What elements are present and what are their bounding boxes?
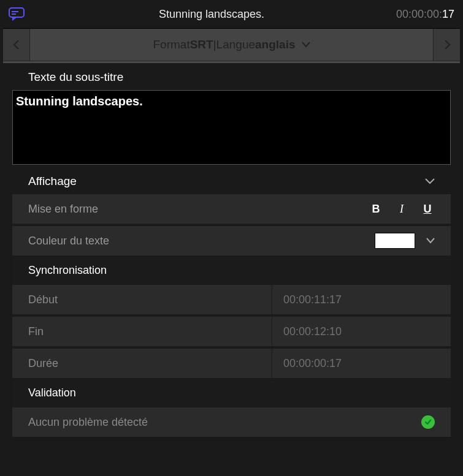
- validation-section-label: Validation: [28, 387, 435, 399]
- display-section-header[interactable]: Affichage: [12, 168, 451, 194]
- language-word: Langue: [216, 38, 255, 51]
- sync-section-label: Synchronisation: [28, 264, 435, 277]
- chevron-down-icon[interactable]: [426, 238, 435, 244]
- formatting-label: Mise en forme: [28, 203, 369, 216]
- svg-rect-0: [9, 8, 24, 17]
- title-timecode: 00:00:00:17: [396, 8, 454, 21]
- timecode-prefix: 00:00:00:: [396, 8, 442, 20]
- validation-section-header: Validation: [12, 378, 451, 407]
- chevron-down-icon: [425, 178, 435, 184]
- format-value: SRT: [190, 38, 213, 51]
- sync-section-header: Synchronisation: [12, 255, 451, 285]
- text-color-label: Couleur du texte: [28, 235, 375, 247]
- duration-label: Durée: [12, 349, 272, 378]
- validation-status-text: Aucun problème détecté: [28, 416, 421, 429]
- formatting-row: Mise en forme B I U: [12, 194, 451, 224]
- format-language-dropdown[interactable]: Format SRT | Langue anglais: [30, 29, 433, 61]
- check-icon: [421, 415, 435, 429]
- subtitle-text-input[interactable]: Stunning landscapes.: [12, 90, 451, 165]
- titlebar: Stunning landscapes. 00:00:00:17: [0, 0, 463, 28]
- bold-button[interactable]: B: [369, 203, 383, 216]
- subtitle-text-label: Texte du sous-titre: [0, 63, 463, 90]
- display-section-label: Affichage: [28, 175, 77, 188]
- text-color-swatch[interactable]: [375, 233, 415, 249]
- timecode-frames: 17: [442, 8, 454, 20]
- end-row: Fin 00:00:12:10: [12, 317, 451, 346]
- underline-button[interactable]: U: [420, 203, 435, 216]
- prev-subtitle-button[interactable]: [3, 29, 30, 61]
- page-title: Stunning landscapes.: [27, 8, 396, 21]
- subtitle-icon: [9, 7, 27, 21]
- validation-status-row: Aucun problème détecté: [12, 407, 451, 437]
- start-row: Début 00:00:11:17: [12, 285, 451, 314]
- next-subtitle-button[interactable]: [433, 29, 460, 61]
- end-value[interactable]: 00:00:12:10: [272, 317, 451, 346]
- end-label: Fin: [12, 317, 272, 346]
- duration-row: Durée 00:00:00:17: [12, 349, 451, 378]
- chevron-down-icon: [302, 42, 310, 48]
- format-bar: Format SRT | Langue anglais: [3, 28, 460, 61]
- subtitle-text-value: Stunning landscapes.: [16, 94, 143, 108]
- italic-button[interactable]: I: [394, 203, 409, 216]
- text-color-row: Couleur du texte: [12, 226, 451, 255]
- duration-value[interactable]: 00:00:00:17: [272, 349, 451, 378]
- language-value: anglais: [255, 38, 295, 51]
- start-value[interactable]: 00:00:11:17: [272, 285, 451, 314]
- start-label: Début: [12, 285, 272, 314]
- format-word: Format: [153, 38, 189, 51]
